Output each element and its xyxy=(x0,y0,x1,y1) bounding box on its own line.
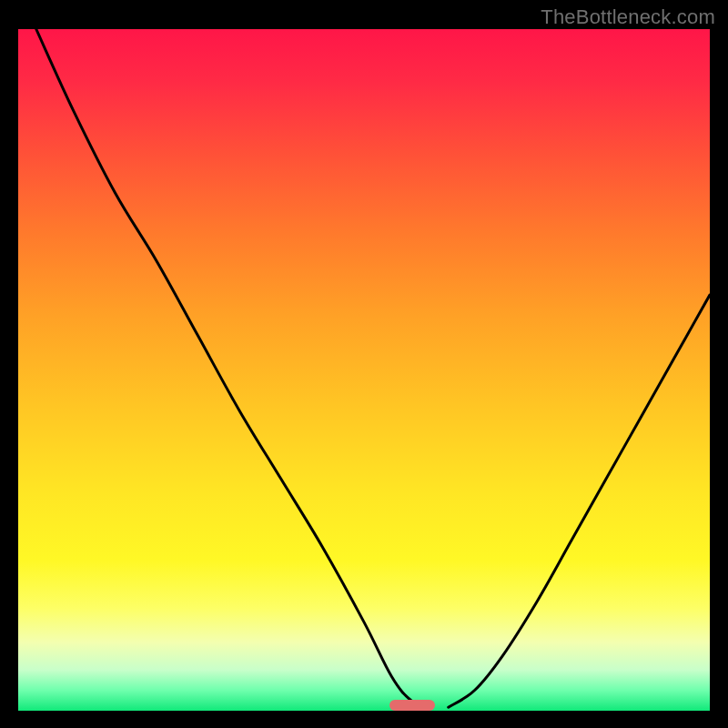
plot-gradient-background xyxy=(18,29,710,711)
optimum-marker xyxy=(389,700,435,711)
chart-container: TheBottleneck.com xyxy=(0,0,728,728)
watermark-text: TheBottleneck.com xyxy=(541,5,715,29)
